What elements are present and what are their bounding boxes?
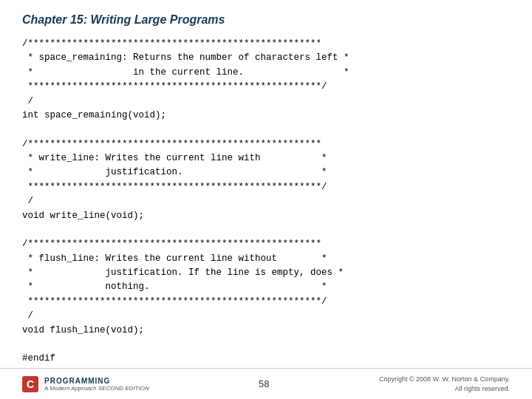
slide: Chapter 15: Writing Large Programs /****… (0, 0, 532, 399)
logo-c-letter: C (22, 376, 38, 392)
logo-programming: PROGRAMMING (44, 377, 149, 385)
code-content: /***************************************… (22, 37, 510, 366)
slide-title: Chapter 15: Writing Large Programs (22, 13, 510, 27)
bottom-bar: C PROGRAMMING A Modern Approach SECOND E… (0, 368, 532, 399)
page-number: 58 (259, 378, 269, 389)
logo-subtitle: A Modern Approach SECOND EDITION (44, 385, 149, 392)
copyright-text: Copyright © 2008 W. W. Norton & Company.… (379, 375, 510, 393)
logo-text: PROGRAMMING A Modern Approach SECOND EDI… (44, 377, 149, 392)
logo-area: C PROGRAMMING A Modern Approach SECOND E… (22, 376, 149, 392)
